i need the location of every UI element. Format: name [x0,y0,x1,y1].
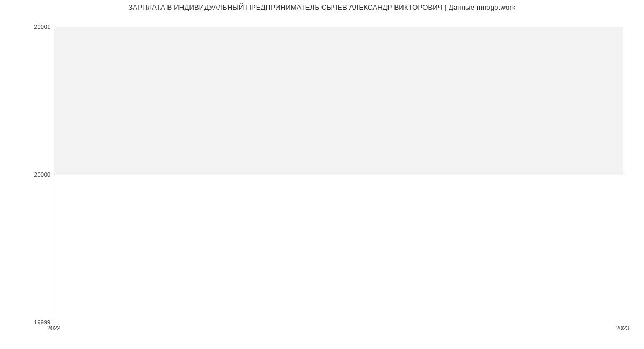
plot-area [54,27,623,322]
salary-line [54,174,623,175]
plot-band-upper [54,27,623,174]
y-tick-20000: 20000 [2,171,50,178]
y-tick-20001: 20001 [2,24,50,30]
chart-title: ЗАРПЛАТА В ИНДИВИДУАЛЬНЫЙ ПРЕДПРИНИМАТЕЛ… [0,3,644,11]
plot-outer [54,27,623,322]
y-tick-19999: 19999 [2,319,50,325]
salary-chart: ЗАРПЛАТА В ИНДИВИДУАЛЬНЫЙ ПРЕДПРИНИМАТЕЛ… [0,0,644,349]
x-tick-2022: 2022 [47,325,60,331]
x-tick-2023: 2023 [616,325,629,331]
